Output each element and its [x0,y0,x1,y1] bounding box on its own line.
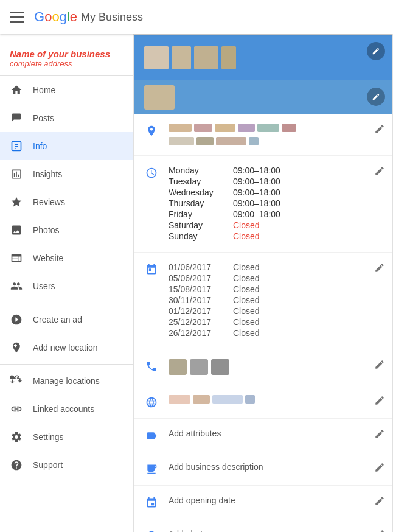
sidebar-item-home[interactable]: Home [0,76,133,104]
sidebar-item-website[interactable]: Website [0,244,133,272]
addr-block-4 [238,124,255,132]
sidebar-label-insights: Insights [33,169,62,179]
web-placeholder-3 [212,395,243,404]
special-date-4: 01/12/2017 Closed [169,306,383,316]
opening-date-row: Add opening date [134,486,392,519]
attributes-edit-button[interactable] [374,429,385,439]
addr-block-1 [169,124,192,132]
description-section: Add business description [134,452,392,486]
phone-placeholder-3 [211,359,229,375]
day-sunday: Sunday [169,231,223,241]
hours-edit-button[interactable] [374,166,385,177]
date-0: 01/06/2017 [169,262,223,272]
special-dates-row: 01/06/2017 Closed 05/06/2017 Closed 15/0… [134,253,392,349]
users-icon [10,279,23,293]
sidebar-item-linked-accounts[interactable]: Linked accounts [0,395,133,423]
opening-date-content: Add opening date [169,495,383,505]
sidebar-item-create-ad[interactable]: Create an ad [0,306,133,334]
attributes-content: Add attributes [169,429,383,438]
status-2: Closed [233,284,260,294]
profile-row [134,80,392,114]
add-opening-date-label: Add opening date [169,495,235,505]
info-card: Monday 09:00–18:00 Tuesday 09:00–18:00 W… [134,34,393,532]
special-date-2: 15/08/2017 Closed [169,284,383,294]
main-content: Monday 09:00–18:00 Tuesday 09:00–18:00 W… [134,34,393,532]
add-photos-label: Add photos [169,529,212,532]
sidebar-label-photos: Photos [33,225,60,235]
sidebar-item-manage-locations[interactable]: Manage locations [0,367,133,395]
top-bar: Google My Business [0,0,393,34]
hamburger-button[interactable] [10,10,24,24]
sidebar: Name of your business complete address H… [0,34,134,532]
profile-edit-button[interactable] [367,88,385,106]
time-saturday: Closed [233,220,260,230]
address-edit-button[interactable] [374,124,385,135]
special-date-1: 05/06/2017 Closed [169,273,383,283]
addr-block-10 [249,137,259,145]
add-photos-row: Add photos [134,519,392,532]
date-2: 15/08/2017 [169,284,223,294]
photos-icon [10,223,23,237]
time-thursday: 09:00–18:00 [233,198,280,208]
hours-wednesday: Wednesday 09:00–18:00 [169,187,383,197]
special-date-0: 01/06/2017 Closed [169,262,383,272]
phone-content [169,359,383,375]
phone-placeholder-2 [190,359,208,375]
cover-image-blocks [144,46,236,69]
day-thursday: Thursday [169,198,223,208]
hours-content: Monday 09:00–18:00 Tuesday 09:00–18:00 W… [169,166,383,242]
date-4: 01/12/2017 [169,306,223,316]
cover-block-2 [172,46,191,69]
hours-tuesday: Tuesday 09:00–18:00 [169,177,383,186]
add-location-icon [10,341,23,354]
day-monday: Monday [169,166,223,175]
cover-block-3 [194,46,218,69]
sidebar-item-users[interactable]: Users [0,272,133,300]
description-edit-button[interactable] [374,462,385,473]
sidebar-item-info[interactable]: Info [0,132,133,160]
sidebar-item-reviews[interactable]: Reviews [0,188,133,216]
sidebar-item-posts[interactable]: Posts [0,104,133,132]
cover-edit-button[interactable] [367,42,385,60]
hours-thursday: Thursday 09:00–18:00 [169,198,383,208]
status-0: Closed [233,262,260,272]
hours-friday: Friday 09:00–18:00 [169,209,383,219]
hours-section: Monday 09:00–18:00 Tuesday 09:00–18:00 W… [134,156,392,253]
web-placeholder-2 [193,395,210,404]
phone-icon [144,360,159,373]
special-date-6: 26/12/2017 Closed [169,328,383,338]
status-6: Closed [233,328,260,338]
cover-area [134,35,392,114]
sidebar-item-insights[interactable]: Insights [0,160,133,188]
website-edit-button[interactable] [374,395,385,406]
sidebar-label-info: Info [33,141,47,151]
sidebar-label-manage-locations: Manage locations [33,376,100,386]
web-placeholder-4 [245,395,255,404]
addr-block-5 [257,124,279,132]
addr-block-7 [169,137,194,145]
special-dates-edit-button[interactable] [374,262,385,273]
sidebar-item-photos[interactable]: Photos [0,216,133,244]
time-sunday: Closed [233,231,260,241]
add-photos-section: Add photos [134,519,392,532]
settings-icon [10,430,23,444]
opening-date-edit-button[interactable] [374,495,385,506]
add-photos-edit-button[interactable] [374,529,385,532]
status-1: Closed [233,273,260,283]
sidebar-label-add-location: Add new location [33,343,98,352]
time-wednesday: 09:00–18:00 [233,187,280,197]
attributes-row: Add attributes [134,419,392,452]
description-row: Add business description [134,452,392,485]
sidebar-label-settings: Settings [33,432,64,442]
sidebar-item-add-location[interactable]: Add new location [0,334,133,362]
opening-date-section: Add opening date [134,486,392,519]
time-monday: 09:00–18:00 [233,166,280,175]
sidebar-item-support[interactable]: Support [0,451,133,479]
info-icon [10,139,23,153]
hours-monday: Monday 09:00–18:00 [169,166,383,175]
nav-divider-2 [0,364,133,365]
profile-image-blocks [144,85,175,110]
add-description-label: Add business description [169,462,263,472]
sidebar-item-settings[interactable]: Settings [0,423,133,451]
phone-edit-button[interactable] [374,359,385,370]
